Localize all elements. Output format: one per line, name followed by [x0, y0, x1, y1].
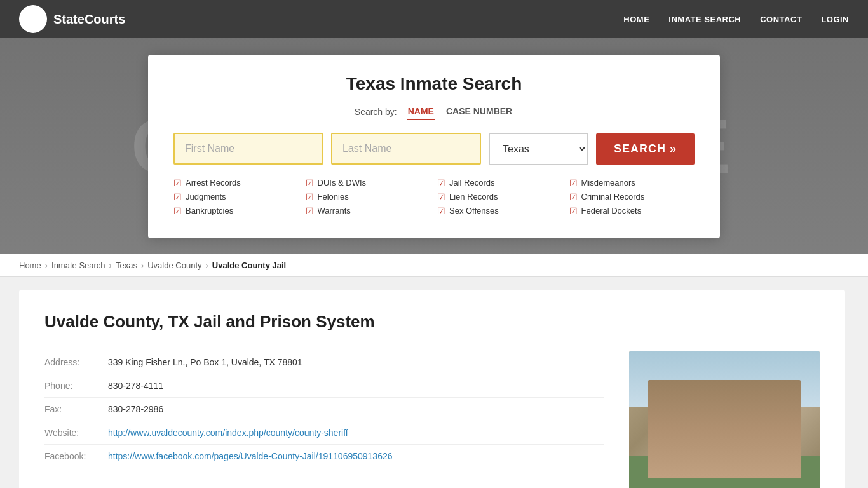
check-icon: ☑: [173, 206, 182, 216]
phone-value: 830-278-4111: [108, 381, 163, 391]
breadcrumb-current: Uvalde County Jail: [212, 261, 286, 270]
address-row: Address: 339 King Fisher Ln., Po Box 1, …: [44, 351, 604, 374]
check-icon: ☑: [569, 206, 578, 216]
address-value: 339 King Fisher Ln., Po Box 1, Uvalde, T…: [108, 357, 302, 367]
feature-label: Bankruptcies: [186, 206, 233, 215]
feature-bankruptcies: ☑ Bankruptcies: [173, 206, 299, 216]
search-title: Texas Inmate Search: [173, 74, 695, 94]
facebook-link[interactable]: https://www.facebook.com/pages/Uvalde-Co…: [108, 451, 393, 461]
check-icon: ☑: [569, 178, 578, 188]
feature-label: Jail Records: [449, 178, 495, 187]
search-by-row: Search by: NAME CASE NUMBER: [173, 104, 695, 120]
feature-label: Arrest Records: [186, 178, 241, 187]
content-title: Uvalde County, TX Jail and Prison System: [44, 312, 820, 332]
website-link[interactable]: http://www.uvaldecounty.com/index.php/co…: [108, 428, 348, 438]
feature-label: Federal Dockets: [581, 206, 642, 215]
feature-federal-dockets: ☑ Federal Dockets: [569, 206, 695, 216]
facebook-row: Facebook: https://www.facebook.com/pages…: [44, 445, 604, 468]
feature-felonies: ☑ Felonies: [306, 192, 431, 202]
breadcrumb-sep-3: ›: [141, 261, 144, 270]
nav-contact[interactable]: CONTACT: [760, 15, 802, 24]
feature-judgments: ☑ Judgments: [173, 192, 299, 202]
tab-name[interactable]: NAME: [407, 104, 435, 120]
phone-label: Phone:: [44, 381, 95, 391]
website-label: Website:: [44, 428, 95, 438]
building-silhouette: [648, 380, 801, 478]
feature-label: Sex Offenses: [449, 206, 499, 215]
breadcrumb-sep-1: ›: [45, 261, 48, 270]
fax-label: Fax:: [44, 404, 95, 414]
search-by-label: Search by:: [355, 107, 397, 117]
check-icon: ☑: [437, 178, 445, 188]
search-card: Texas Inmate Search Search by: NAME CASE…: [148, 55, 720, 238]
breadcrumb: Home › Inmate Search › Texas › Uvalde Co…: [0, 254, 868, 277]
check-icon: ☑: [173, 192, 182, 202]
feature-label: Felonies: [318, 192, 349, 201]
feature-sex-offenses: ☑ Sex Offenses: [437, 206, 563, 216]
feature-label: Warrants: [318, 206, 351, 215]
check-icon: ☑: [306, 206, 314, 216]
feature-jail-records: ☑ Jail Records: [437, 178, 563, 188]
check-icon: ☑: [437, 206, 445, 216]
breadcrumb-sep-2: ›: [109, 261, 112, 270]
nav-home[interactable]: HOME: [623, 15, 649, 24]
feature-label: Misdemeanors: [581, 178, 635, 187]
search-inputs-row: Texas SEARCH »: [173, 133, 695, 165]
logo[interactable]: 🏛 StateCourts: [19, 5, 125, 33]
facebook-label: Facebook:: [44, 451, 95, 461]
feature-criminal-records: ☑ Criminal Records: [569, 192, 695, 202]
breadcrumb-sep-4: ›: [206, 261, 208, 270]
state-select[interactable]: Texas: [489, 133, 588, 165]
site-header: 🏛 StateCourts HOME INMATE SEARCH CONTACT…: [0, 0, 868, 38]
info-table: Address: 339 King Fisher Ln., Po Box 1, …: [44, 351, 604, 468]
address-label: Address:: [44, 357, 95, 367]
feature-label: Lien Records: [449, 192, 498, 201]
breadcrumb-home[interactable]: Home: [19, 261, 41, 270]
fax-value: 830-278-2986: [108, 404, 163, 414]
main-nav: HOME INMATE SEARCH CONTACT LOGIN: [623, 15, 849, 24]
feature-warrants: ☑ Warrants: [306, 206, 431, 216]
website-row: Website: http://www.uvaldecounty.com/ind…: [44, 421, 604, 445]
check-icon: ☑: [173, 178, 182, 188]
feature-label: DUIs & DWIs: [318, 178, 367, 187]
breadcrumb-inmate-search[interactable]: Inmate Search: [51, 261, 105, 270]
feature-label: Criminal Records: [581, 192, 645, 201]
check-icon: ☑: [306, 178, 314, 188]
building-image: [629, 351, 820, 488]
feature-lien-records: ☑ Lien Records: [437, 192, 563, 202]
logo-text: StateCourts: [53, 12, 125, 27]
features-grid: ☑ Arrest Records ☑ DUIs & DWIs ☑ Jail Re…: [173, 178, 695, 216]
check-icon: ☑: [437, 192, 445, 202]
first-name-input[interactable]: [173, 133, 323, 165]
breadcrumb-uvalde-county[interactable]: Uvalde County: [147, 261, 201, 270]
last-name-input[interactable]: [331, 133, 481, 165]
check-icon: ☑: [306, 192, 314, 202]
content-area: Uvalde County, TX Jail and Prison System…: [0, 277, 868, 488]
feature-misdemeanors: ☑ Misdemeanors: [569, 178, 695, 188]
check-icon: ☑: [569, 192, 578, 202]
info-layout: Address: 339 King Fisher Ln., Po Box 1, …: [44, 351, 820, 488]
logo-icon: 🏛: [19, 5, 47, 33]
tab-case-number[interactable]: CASE NUMBER: [445, 104, 513, 120]
feature-duis-dwis: ☑ DUIs & DWIs: [306, 178, 431, 188]
nav-inmate-search[interactable]: INMATE SEARCH: [668, 15, 741, 24]
hero-section: COURTHOUSE Texas Inmate Search Search by…: [0, 38, 868, 254]
content-card: Uvalde County, TX Jail and Prison System…: [19, 290, 845, 488]
search-button[interactable]: SEARCH »: [596, 133, 695, 165]
nav-login[interactable]: LOGIN: [821, 15, 849, 24]
phone-row: Phone: 830-278-4111: [44, 374, 604, 398]
breadcrumb-texas[interactable]: Texas: [116, 261, 137, 270]
feature-arrest-records: ☑ Arrest Records: [173, 178, 299, 188]
fax-row: Fax: 830-278-2986: [44, 398, 604, 421]
feature-label: Judgments: [186, 192, 226, 201]
